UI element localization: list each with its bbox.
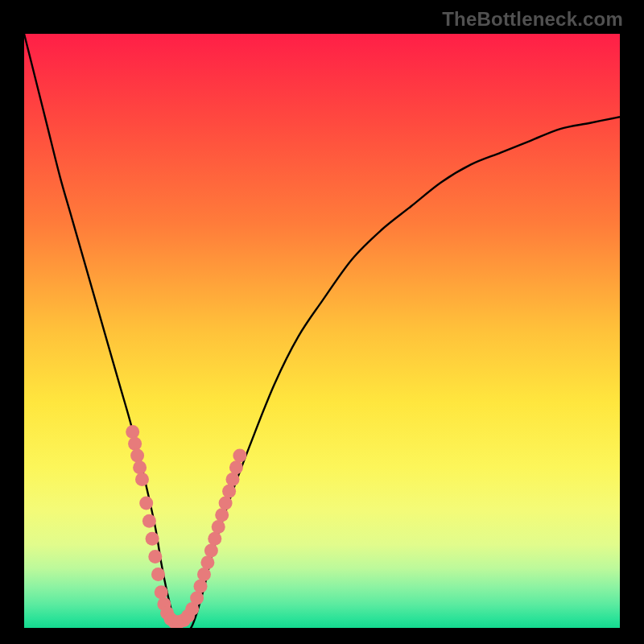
highlight-dot xyxy=(219,497,233,510)
highlight-dot xyxy=(229,460,243,474)
highlight-dot xyxy=(128,437,142,451)
highlight-dot xyxy=(194,580,208,593)
highlight-dot xyxy=(215,508,229,522)
highlight-dot xyxy=(190,592,204,605)
plot-area xyxy=(24,34,620,628)
highlight-dot xyxy=(208,532,221,546)
curve-layer xyxy=(24,34,620,628)
chart-root: TheBottleneck.com xyxy=(0,0,644,644)
highlight-dot xyxy=(148,550,162,564)
highlight-dot xyxy=(222,485,236,498)
highlight-dot xyxy=(151,568,165,581)
highlight-dot xyxy=(135,473,149,486)
highlight-dot xyxy=(142,514,156,528)
bottleneck-curve xyxy=(24,34,620,628)
highlight-dot xyxy=(139,497,153,510)
highlight-dot xyxy=(146,532,159,546)
highlight-dot xyxy=(130,449,144,463)
highlight-dot xyxy=(155,585,168,599)
highlight-dot xyxy=(204,544,218,558)
highlight-dot xyxy=(212,520,225,534)
watermark-label: TheBottleneck.com xyxy=(442,8,623,31)
highlight-dot xyxy=(197,568,211,581)
highlight-dots xyxy=(126,425,246,628)
highlight-dot xyxy=(133,460,147,474)
highlight-dot xyxy=(233,449,246,463)
highlight-dot xyxy=(200,555,214,569)
highlight-dot xyxy=(226,473,240,486)
highlight-dot xyxy=(126,425,139,439)
